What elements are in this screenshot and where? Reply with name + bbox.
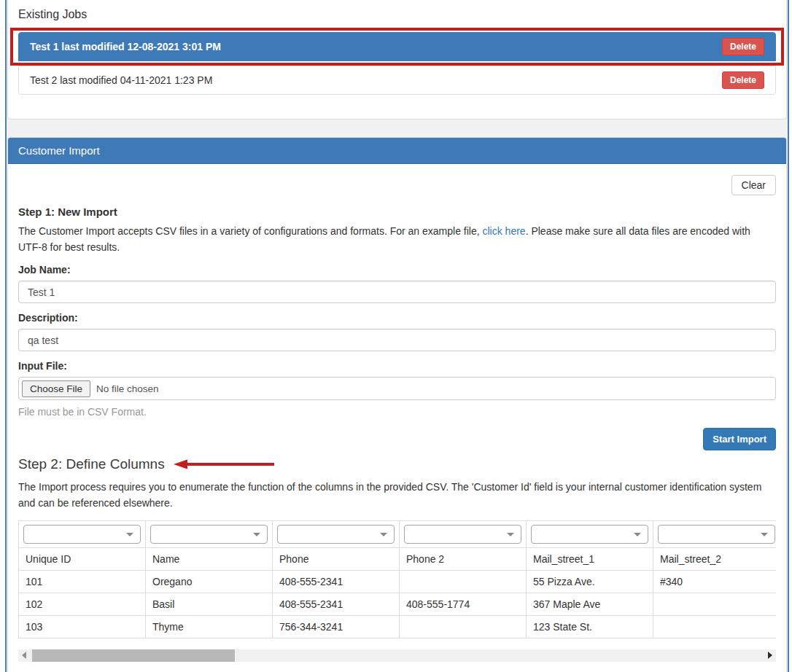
table-cell bbox=[400, 570, 527, 593]
chevron-down-icon bbox=[634, 533, 641, 536]
step1-heading: Step 1: New Import bbox=[18, 206, 776, 218]
existing-jobs-title: Existing Jobs bbox=[18, 8, 776, 21]
step1-description: The Customer Import accepts CSV files in… bbox=[18, 224, 776, 255]
description-input[interactable] bbox=[18, 329, 776, 351]
table-cell: 101 bbox=[19, 570, 146, 593]
table-cell bbox=[653, 615, 777, 638]
chevron-down-icon bbox=[253, 533, 260, 536]
scrollbar-thumb[interactable] bbox=[32, 649, 235, 662]
column-header: Mail_street_2 bbox=[653, 547, 777, 570]
table-cell: 103 bbox=[19, 615, 146, 638]
choose-file-button[interactable]: Choose File bbox=[22, 380, 90, 397]
column-mapping-table: Unique ID Name Phone Phone 2 Mail_street… bbox=[18, 520, 776, 638]
table-cell: 756-344-3241 bbox=[273, 615, 400, 638]
column-mapping-select[interactable] bbox=[658, 525, 775, 544]
table-cell bbox=[400, 615, 527, 638]
column-mapping-select[interactable] bbox=[23, 525, 141, 544]
input-file-label: Input File: bbox=[18, 360, 776, 372]
table-header-row: Unique ID Name Phone Phone 2 Mail_street… bbox=[19, 547, 777, 570]
step2-description: The Import process requires you to enume… bbox=[18, 480, 776, 511]
table-cell: Basil bbox=[146, 593, 273, 615]
table-row: 103 Thyme 756-344-3241 123 State St. bbox=[19, 615, 777, 638]
table-row: 101 Oregano 408-555-2341 55 Pizza Ave. #… bbox=[19, 570, 777, 593]
table-cell bbox=[653, 593, 777, 615]
job-name-label: Job Name: bbox=[18, 264, 776, 276]
column-header: Unique ID bbox=[19, 547, 146, 570]
table-cell: 408-555-2341 bbox=[273, 593, 400, 615]
table-cell: 408-555-2341 bbox=[273, 570, 400, 593]
description-label: Description: bbox=[18, 312, 776, 324]
column-header: Phone bbox=[273, 547, 400, 570]
start-import-button[interactable]: Start Import bbox=[703, 428, 776, 450]
file-input[interactable]: Choose File No file chosen bbox=[18, 377, 776, 400]
table-cell: 123 State St. bbox=[527, 615, 653, 638]
table-cell: Oregano bbox=[146, 570, 273, 593]
scroll-left-icon[interactable] bbox=[18, 649, 30, 662]
job-row-test2[interactable]: Test 2 last modified 04-11-2021 1:23 PM … bbox=[18, 66, 776, 95]
job-label: Test 2 last modified 04-11-2021 1:23 PM bbox=[30, 74, 212, 86]
job-row-test1[interactable]: Test 1 last modified 12-08-2021 3:01 PM … bbox=[18, 32, 776, 61]
csv-format-hint: File must be in CSV Format. bbox=[18, 406, 776, 418]
delete-job-button[interactable]: Delete bbox=[722, 38, 764, 55]
file-chosen-status: No file chosen bbox=[96, 383, 159, 394]
column-mapping-table-container: Unique ID Name Phone Phone 2 Mail_street… bbox=[18, 520, 776, 638]
customer-import-panel: Customer Import Clear Step 1: New Import… bbox=[7, 137, 787, 672]
table-cell: 367 Maple Ave bbox=[527, 593, 653, 615]
table-cell: #340 bbox=[653, 570, 777, 593]
chevron-down-icon bbox=[126, 533, 133, 536]
job-name-input[interactable] bbox=[18, 281, 776, 303]
chevron-down-icon bbox=[761, 533, 768, 536]
chevron-down-icon bbox=[380, 533, 387, 536]
example-file-link[interactable]: click here bbox=[483, 225, 526, 237]
clear-button[interactable]: Clear bbox=[731, 175, 776, 195]
column-mapping-select[interactable] bbox=[277, 525, 395, 544]
table-cell: 408-555-1774 bbox=[400, 593, 527, 615]
step1-desc-text: The Customer Import accepts CSV files in… bbox=[18, 225, 483, 237]
delete-job-button[interactable]: Delete bbox=[722, 71, 764, 89]
column-mapping-select[interactable] bbox=[531, 525, 648, 544]
app-frame: Existing Jobs Test 1 last modified 12-08… bbox=[5, 0, 789, 672]
horizontal-scrollbar[interactable] bbox=[18, 649, 776, 662]
step2-heading: Step 2: Define Columns bbox=[18, 456, 165, 472]
scroll-right-icon[interactable] bbox=[764, 649, 776, 662]
customer-import-header: Customer Import bbox=[8, 138, 786, 164]
table-cell: Thyme bbox=[146, 615, 273, 638]
column-header: Mail_street_1 bbox=[527, 547, 653, 570]
column-mapping-select-row bbox=[19, 520, 777, 547]
annotation-highlight-box: Test 1 last modified 12-08-2021 3:01 PM … bbox=[10, 28, 784, 66]
customer-import-body: Clear Step 1: New Import The Customer Im… bbox=[8, 164, 786, 672]
column-header: Phone 2 bbox=[400, 547, 527, 570]
column-mapping-select[interactable] bbox=[150, 525, 268, 544]
column-header: Name bbox=[146, 547, 273, 570]
column-mapping-select[interactable] bbox=[404, 525, 521, 544]
chevron-down-icon bbox=[507, 533, 514, 536]
table-row: 102 Basil 408-555-2341 408-555-1774 367 … bbox=[19, 593, 777, 615]
job-label: Test 1 last modified 12-08-2021 3:01 PM bbox=[30, 41, 221, 52]
arrow-left-icon bbox=[174, 459, 274, 469]
table-cell: 55 Pizza Ave. bbox=[527, 570, 653, 593]
table-cell: 102 bbox=[19, 593, 146, 615]
existing-jobs-panel: Existing Jobs Test 1 last modified 12-08… bbox=[7, 0, 787, 120]
